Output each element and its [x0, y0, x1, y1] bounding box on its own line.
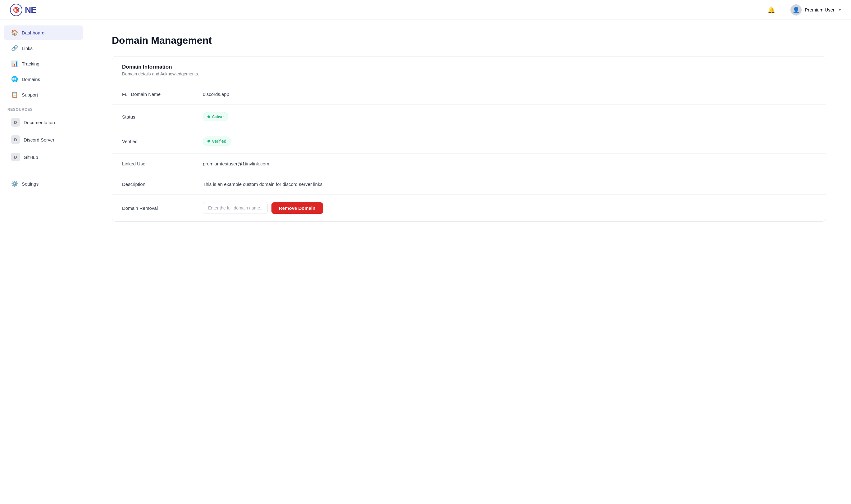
sidebar-item-label: Discord Server — [23, 137, 54, 142]
sidebar-item-label: Dashboard — [22, 30, 45, 35]
sidebar-item-links[interactable]: 🔗 Links — [4, 41, 83, 55]
label-linked-user: Linked User — [122, 161, 203, 166]
sidebar: 🏠 Dashboard 🔗 Links 📊 Tracking 🌐 Domains… — [0, 20, 87, 504]
sidebar-item-discord-server[interactable]: D Discord Server — [4, 131, 83, 148]
removal-controls: Remove Domain — [203, 202, 323, 214]
sidebar-item-support[interactable]: 📋 Support — [4, 88, 83, 102]
discord-icon: D — [11, 135, 20, 144]
sidebar-item-label: Domains — [22, 77, 40, 82]
chevron-down-icon: ▾ — [839, 7, 841, 12]
sidebar-item-domains[interactable]: 🌐 Domains — [4, 72, 83, 86]
card-header-subtitle: Domain details and Acknowledgements. — [122, 71, 816, 76]
sidebar-item-label: GitHub — [23, 155, 38, 160]
label-description: Description — [122, 182, 203, 187]
logo-icon: 🎯 — [10, 4, 22, 16]
chart-icon: 📊 — [11, 60, 18, 67]
remove-domain-button[interactable]: Remove Domain — [272, 202, 323, 214]
sidebar-item-dashboard[interactable]: 🏠 Dashboard — [4, 25, 83, 40]
globe-icon: 🌐 — [11, 76, 18, 83]
main-layout: 🏠 Dashboard 🔗 Links 📊 Tracking 🌐 Domains… — [0, 20, 851, 504]
card-header: Domain Information Domain details and Ac… — [112, 56, 826, 84]
status-badge: Active — [203, 112, 228, 121]
value-description: This is an example custom domain for dis… — [203, 182, 324, 187]
doc-icon: D — [11, 118, 20, 127]
sidebar-item-documentation[interactable]: D Documentation — [4, 114, 83, 130]
label-full-domain-name: Full Domain Name — [122, 92, 203, 97]
link-icon: 🔗 — [11, 45, 18, 52]
row-status: Status Active — [112, 105, 826, 129]
user-menu[interactable]: 👤 Premium User ▾ — [791, 4, 841, 16]
logo: 🎯 NE — [10, 4, 36, 16]
sidebar-item-label: Settings — [22, 181, 38, 186]
label-verified: Verified — [122, 139, 203, 144]
support-icon: 📋 — [11, 91, 18, 98]
row-linked-user: Linked User premiumtestuser@1tinylink.co… — [112, 154, 826, 174]
row-description: Description This is an example custom do… — [112, 174, 826, 195]
settings-icon: ⚙️ — [11, 180, 18, 187]
value-verified: Verified — [203, 137, 231, 146]
domain-info-card: Domain Information Domain details and Ac… — [112, 56, 826, 221]
logo-text: NE — [25, 5, 36, 15]
sidebar-item-github[interactable]: D GitHub — [4, 149, 83, 165]
row-verified: Verified Verified — [112, 129, 826, 154]
verified-label: Verified — [212, 139, 226, 144]
sidebar-item-label: Tracking — [22, 61, 39, 67]
resources-label: Resources — [0, 103, 87, 113]
user-name: Premium User — [805, 7, 835, 13]
content-area: Domain Management Domain Information Dom… — [87, 20, 851, 504]
sidebar-item-label: Links — [22, 46, 33, 51]
sidebar-item-label: Support — [22, 92, 38, 97]
header-divider — [783, 5, 783, 15]
card-header-title: Domain Information — [122, 64, 816, 70]
value-full-domain-name: discords.app — [203, 92, 229, 97]
avatar: 👤 — [791, 4, 802, 16]
sidebar-item-label: Documentation — [23, 120, 55, 125]
status-dot — [207, 115, 210, 118]
label-status: Status — [122, 114, 203, 120]
sidebar-item-settings[interactable]: ⚙️ Settings — [4, 177, 83, 191]
github-icon: D — [11, 153, 20, 161]
domain-removal-input[interactable] — [203, 202, 268, 214]
notifications-icon[interactable]: 🔔 — [767, 6, 775, 14]
label-domain-removal: Domain Removal — [122, 205, 203, 211]
value-status: Active — [203, 112, 228, 121]
status-label: Active — [212, 114, 224, 119]
verified-dot — [207, 140, 210, 142]
home-icon: 🏠 — [11, 29, 18, 36]
value-linked-user: premiumtestuser@1tinylink.com — [203, 161, 269, 166]
row-domain-removal: Domain Removal Remove Domain — [112, 195, 826, 221]
sidebar-item-tracking[interactable]: 📊 Tracking — [4, 56, 83, 71]
row-full-domain-name: Full Domain Name discords.app — [112, 84, 826, 105]
sidebar-bottom: ⚙️ Settings — [0, 171, 87, 192]
page-title: Domain Management — [112, 35, 826, 46]
header-right: 🔔 👤 Premium User ▾ — [767, 4, 841, 16]
verified-badge: Verified — [203, 137, 231, 146]
top-header: 🎯 NE 🔔 👤 Premium User ▾ — [0, 0, 851, 20]
